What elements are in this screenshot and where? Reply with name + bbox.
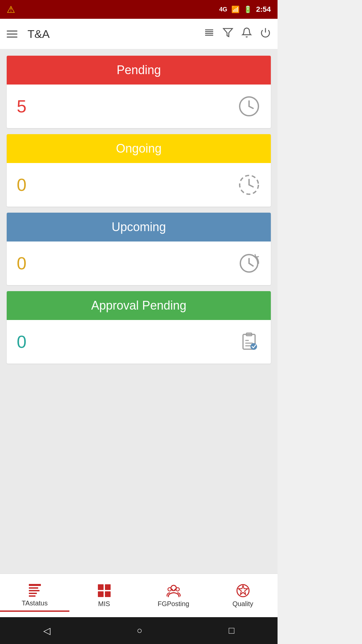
ongoing-card[interactable]: Ongoing 0 bbox=[7, 134, 271, 207]
nav-label-tastatus: TAstatus bbox=[22, 599, 48, 607]
android-nav-bar: ◁ ○ □ bbox=[0, 617, 278, 644]
battery-icon: 🔋 bbox=[244, 5, 252, 13]
app-title: T&A bbox=[27, 28, 197, 41]
ongoing-count: 0 bbox=[17, 175, 26, 195]
bell-icon[interactable] bbox=[241, 27, 252, 41]
svg-rect-25 bbox=[29, 595, 36, 597]
signal-icon: 📶 bbox=[231, 5, 240, 13]
network-indicator: 4G bbox=[219, 6, 227, 13]
svg-marker-4 bbox=[224, 29, 233, 37]
svg-marker-36 bbox=[238, 585, 248, 595]
warning-icon: ⚠ bbox=[7, 4, 15, 15]
fgposting-icon bbox=[166, 583, 181, 598]
filter-icon[interactable] bbox=[223, 27, 233, 41]
upcoming-count: 0 bbox=[17, 253, 26, 273]
nav-item-fgposting[interactable]: FGPosting bbox=[139, 580, 208, 611]
back-button[interactable]: ◁ bbox=[43, 625, 51, 636]
status-bar-right: 4G 📶 🔋 2:54 bbox=[219, 5, 271, 14]
svg-rect-21 bbox=[29, 584, 41, 586]
pending-body: 5 bbox=[7, 85, 271, 128]
clipboard-check-icon bbox=[238, 331, 260, 353]
svg-line-11 bbox=[249, 185, 253, 187]
pending-header: Pending bbox=[7, 56, 271, 85]
tastatus-icon bbox=[27, 583, 42, 597]
clock-icon bbox=[238, 96, 260, 117]
app-header: T&A bbox=[0, 19, 278, 49]
svg-line-8 bbox=[249, 106, 253, 108]
pending-count: 5 bbox=[17, 96, 26, 116]
status-bar: ⚠ 4G 📶 🔋 2:54 bbox=[0, 0, 278, 19]
bottom-nav: TAstatus MIS FGPosting Quality bbox=[0, 574, 278, 617]
mis-icon bbox=[97, 583, 112, 598]
hourglass-icon bbox=[238, 174, 260, 196]
svg-rect-26 bbox=[98, 584, 104, 590]
approval-header: Approval Pending bbox=[7, 291, 271, 320]
list-icon[interactable] bbox=[204, 27, 215, 41]
recent-button[interactable]: □ bbox=[229, 625, 234, 636]
menu-button[interactable] bbox=[7, 31, 17, 38]
svg-rect-29 bbox=[105, 591, 111, 597]
ongoing-header: Ongoing bbox=[7, 134, 271, 163]
upcoming-header: Upcoming bbox=[7, 213, 271, 241]
home-button[interactable]: ○ bbox=[137, 625, 142, 636]
quality-icon bbox=[236, 583, 250, 598]
svg-rect-28 bbox=[98, 591, 104, 597]
approval-pending-card[interactable]: Approval Pending 0 bbox=[7, 291, 271, 364]
nav-item-mis[interactable]: MIS bbox=[69, 580, 139, 611]
pending-icon-wrap bbox=[237, 95, 261, 118]
nav-label-fgposting: FGPosting bbox=[158, 600, 189, 608]
upcoming-icon-wrap bbox=[237, 252, 261, 275]
svg-rect-22 bbox=[29, 587, 38, 589]
approval-count: 0 bbox=[17, 332, 26, 352]
svg-line-14 bbox=[249, 263, 253, 266]
nav-item-quality[interactable]: Quality bbox=[208, 580, 278, 611]
upcoming-card[interactable]: Upcoming 0 bbox=[7, 213, 271, 285]
header-icons bbox=[204, 27, 271, 41]
power-icon[interactable] bbox=[260, 27, 271, 41]
svg-point-20 bbox=[250, 343, 257, 350]
clock-refresh-icon bbox=[238, 253, 260, 274]
ongoing-body: 0 bbox=[7, 163, 271, 207]
svg-rect-23 bbox=[29, 590, 40, 591]
approval-icon-wrap bbox=[237, 330, 261, 354]
time-display: 2:54 bbox=[256, 5, 271, 14]
ongoing-icon-wrap bbox=[237, 173, 261, 197]
svg-point-30 bbox=[171, 585, 176, 591]
approval-body: 0 bbox=[7, 320, 271, 364]
pending-card[interactable]: Pending 5 bbox=[7, 56, 271, 128]
nav-item-tastatus[interactable]: TAstatus bbox=[0, 579, 69, 612]
nav-label-mis: MIS bbox=[98, 600, 110, 608]
status-bar-left: ⚠ bbox=[7, 4, 15, 15]
svg-rect-27 bbox=[105, 584, 111, 590]
main-content: Pending 5 Ongoing 0 bbox=[0, 49, 278, 574]
nav-label-quality: Quality bbox=[232, 600, 253, 608]
upcoming-body: 0 bbox=[7, 241, 271, 285]
svg-rect-24 bbox=[29, 593, 37, 594]
